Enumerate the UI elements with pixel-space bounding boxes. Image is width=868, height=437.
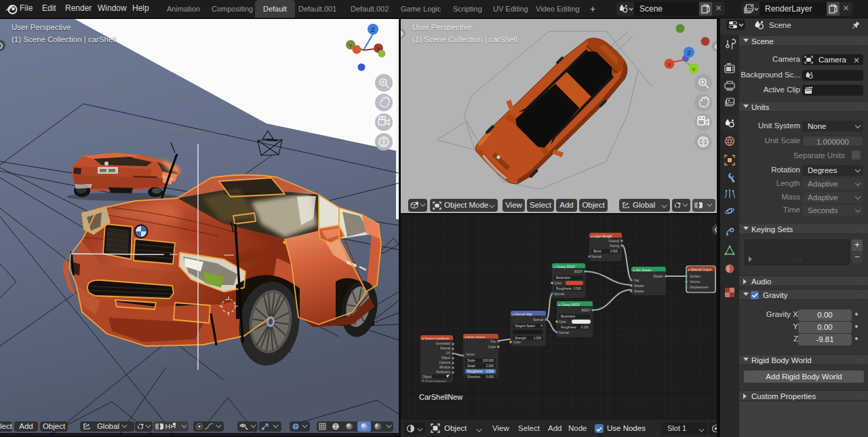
svg-text:Beckmann: Beckmann [561, 315, 576, 318]
svg-text:Normal: Normal [591, 255, 601, 259]
svg-text:Color: Color [554, 282, 561, 285]
svg-text:100.000: 100.000 [483, 359, 494, 362]
svg-text:Shader: Shader [653, 275, 663, 278]
svg-text:▸ Material Output: ▸ Material Output [688, 268, 712, 271]
svg-text:Beckmann: Beckmann [556, 276, 571, 280]
svg-text:1.000: 1.000 [534, 337, 542, 340]
svg-text:▸ Mix Shader: ▸ Mix Shader [633, 269, 652, 272]
svg-text:0.000: 0.000 [486, 375, 494, 379]
svg-text:Z: Z [687, 50, 691, 56]
svg-text:CarShellNew: CarShellNew [419, 393, 462, 401]
svg-text:Volume: Volume [690, 280, 701, 284]
svg-text:Shader: Shader [634, 284, 644, 288]
svg-text:Distortion: Distortion [467, 375, 481, 379]
svg-text:From Instancer: From Instancer [426, 379, 446, 383]
svg-text:▾ Glossy BSDF: ▾ Glossy BSDF [554, 265, 575, 269]
svg-text:Scale: Scale [467, 359, 475, 362]
svg-text:▸ Normal Map: ▸ Normal Map [513, 313, 532, 316]
svg-text:Normal: Normal [440, 347, 450, 350]
svg-text:Normal: Normal [533, 318, 543, 322]
svg-text:BSDF: BSDF [574, 270, 583, 273]
svg-text:Normal: Normal [559, 331, 569, 335]
svg-text:Strength: Strength [515, 337, 527, 340]
svg-text:Object: Object [441, 356, 451, 360]
svg-text:Tangent Space: Tangent Space [515, 324, 536, 328]
svg-text:0.500: 0.500 [486, 370, 494, 373]
svg-text:UV: UV [446, 352, 451, 355]
svg-text:Roughness: Roughness [561, 326, 577, 329]
svg-text:Color: Color [513, 341, 521, 344]
svg-text:Normal: Normal [554, 292, 564, 296]
svg-text:Y: Y [349, 43, 353, 49]
svg-text:Fac: Fac [490, 340, 496, 343]
svg-text:Camera: Camera [439, 361, 451, 364]
svg-text:Fac: Fac [634, 279, 639, 282]
svg-text:Fresnel: Fresnel [609, 240, 619, 243]
svg-text:Roughness: Roughness [467, 370, 484, 373]
svg-text:▸ Layer Weight: ▸ Layer Weight [591, 235, 612, 238]
svg-text:Roughness: Roughness [556, 287, 572, 290]
svg-text:Object:: Object: [422, 375, 433, 379]
svg-text:Facing: Facing [610, 244, 619, 248]
svg-text:Color: Color [559, 320, 566, 324]
svg-text:▸ Glossy BSDF: ▸ Glossy BSDF [559, 303, 580, 307]
svg-text:Surface: Surface [690, 275, 701, 278]
svg-text:Blend: Blend [593, 250, 601, 253]
svg-text:Displacement: Displacement [690, 286, 709, 289]
svg-text:Vector: Vector [466, 353, 475, 356]
svg-text:0.500: 0.500 [610, 250, 618, 253]
svg-text:0.100: 0.100 [581, 326, 589, 329]
svg-text:Window: Window [439, 366, 451, 369]
svg-text:Detail: Detail [467, 364, 475, 368]
svg-text:Generated: Generated [435, 342, 450, 345]
svg-text:Reflection: Reflection [437, 370, 451, 374]
svg-text:X: X [667, 62, 671, 68]
svg-text:▸ Noise Texture: ▸ Noise Texture [465, 335, 486, 339]
svg-text:▸ Texture Coordinate: ▸ Texture Coordinate [422, 337, 450, 340]
svg-text:2.000: 2.000 [486, 364, 494, 368]
svg-text:BSDF: BSDF [582, 309, 590, 312]
svg-text:Shader: Shader [634, 290, 644, 293]
svg-text:Z: Z [371, 26, 375, 33]
svg-text:Color: Color [488, 345, 496, 349]
svg-text:0.500: 0.500 [574, 287, 582, 290]
